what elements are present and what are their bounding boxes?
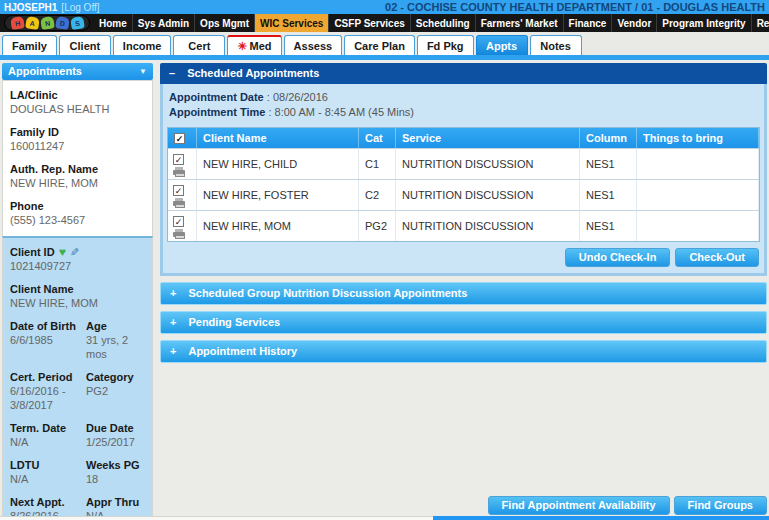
tab-med[interactable]: ✳Med: [227, 35, 281, 55]
field-value: NEW HIRE, MOM: [10, 296, 145, 310]
field-value: 6/6/1985: [10, 333, 82, 347]
field-auth-rep-name: Auth. Rep. Name NEW HIRE, MOM: [10, 162, 145, 190]
cell-cat: C2: [359, 180, 396, 210]
expand-icon[interactable]: +: [170, 316, 176, 328]
cell-cat: PG2: [359, 211, 396, 241]
logo-hand-s: S: [70, 16, 85, 30]
tab-assess-label: Assess: [294, 40, 333, 52]
field-value: N/A: [10, 472, 82, 486]
tab-income-label: Income: [123, 40, 162, 52]
table-header-row: ✓ Client Name Cat Service Column Things …: [168, 128, 759, 148]
logo-hand-d: D: [55, 16, 70, 30]
field-value: 31 yrs, 2 mos: [86, 333, 145, 361]
scheduled-appointments-body: Appointment Date : 08/26/2016 Appointmen…: [160, 84, 767, 276]
sidebar-header-appointments[interactable]: Appointments ▼: [2, 63, 153, 80]
field-label: Client Name: [10, 282, 145, 296]
select-all-checkbox[interactable]: ✓: [174, 133, 185, 144]
panel-title: Appointment History: [188, 345, 297, 357]
clinic-location-label: 02 - COCHISE COUNTY HEALTH DEPARTMENT / …: [385, 1, 765, 13]
panel-pending-services[interactable]: + Pending Services: [160, 311, 767, 334]
field-value: 18: [86, 472, 145, 486]
tab-care-plan[interactable]: Care Plan: [344, 35, 415, 55]
row-checkbox[interactable]: ✓: [173, 154, 184, 165]
main-panel-area: – Scheduled Appointments Appointment Dat…: [160, 63, 767, 520]
cell-things-to-bring: [637, 211, 759, 241]
menu-item-csfp-services[interactable]: CSFP Services: [329, 14, 410, 32]
printer-icon[interactable]: [173, 201, 185, 206]
field-label: Appr Thru: [86, 495, 145, 509]
footer-buttons: Find Appointment Availability Find Group…: [488, 496, 767, 515]
collapse-icon[interactable]: –: [169, 67, 175, 79]
find-appointment-availability-button[interactable]: Find Appointment Availability: [488, 496, 670, 515]
table-row: ✓ NEW HIRE, FOSTER C2 NUTRITION DISCUSSI…: [168, 179, 759, 210]
panel-title: Scheduled Appointments: [187, 67, 319, 79]
top-bar: HJOSEPH1[Log Off] 02 - COCHISE COUNTY HE…: [0, 0, 769, 14]
client-status-heart-icon: ♥: [59, 246, 66, 258]
field-label: Age: [86, 319, 145, 333]
find-groups-button[interactable]: Find Groups: [674, 496, 767, 515]
menu-item-wic-services[interactable]: WIC Services: [255, 14, 329, 32]
scheduled-appointments-header[interactable]: – Scheduled Appointments: [160, 63, 767, 84]
panel-appointment-history[interactable]: + Appointment History: [160, 340, 767, 363]
med-alert-icon: ✳: [237, 41, 246, 52]
edit-pencil-icon[interactable]: ✎: [70, 247, 79, 258]
printer-icon[interactable]: [173, 232, 185, 237]
tab-client[interactable]: Client: [59, 35, 111, 55]
panel-action-buttons: Undo Check-In Check-Out: [163, 242, 764, 272]
menu-item-home[interactable]: Home: [94, 14, 133, 32]
field-value: PG2: [86, 384, 145, 398]
menu-item-ops-mgmt[interactable]: Ops Mgmt: [195, 14, 255, 32]
bottom-accent-strip: [433, 516, 769, 520]
row-checkbox[interactable]: ✓: [173, 216, 184, 227]
printer-icon[interactable]: [173, 170, 185, 175]
field-pair-cert-category: Cert. Period6/16/2016 - 3/8/2017 Categor…: [10, 370, 145, 412]
menu-item-sys-admin[interactable]: Sys Admin: [133, 14, 195, 32]
menu-item-vendor[interactable]: Vendor: [612, 14, 657, 32]
check-out-button[interactable]: Check-Out: [675, 248, 759, 267]
field-pair-dob-age: Date of Birth6/6/1985 Age31 yrs, 2 mos: [10, 319, 145, 361]
field-la-clinic: LA/Clinic DOUGLAS HEALTH: [10, 88, 145, 116]
field-label: LA/Clinic: [10, 88, 145, 102]
field-value: 6/16/2016 - 3/8/2017: [10, 384, 82, 412]
tab-assess[interactable]: Assess: [284, 35, 343, 55]
appointment-date-label: Appointment Date: [169, 91, 264, 103]
expand-icon[interactable]: +: [170, 345, 176, 357]
field-label: Category: [86, 370, 145, 384]
cell-column: NES1: [580, 149, 637, 179]
menu-item-scheduling[interactable]: Scheduling: [411, 14, 476, 32]
app-window: HJOSEPH1[Log Off] 02 - COCHISE COUNTY HE…: [0, 0, 769, 520]
appointments-table: ✓ Client Name Cat Service Column Things …: [167, 127, 760, 242]
cell-cat: C1: [359, 149, 396, 179]
field-label: Term. Date: [10, 421, 82, 435]
menu-item-reports[interactable]: Reports: [752, 14, 769, 32]
hands-logo: H A N D S: [4, 15, 90, 31]
cell-client-name: NEW HIRE, MOM: [197, 211, 359, 241]
tab-income[interactable]: Income: [113, 35, 172, 55]
field-label: Phone: [10, 199, 145, 213]
undo-check-in-button[interactable]: Undo Check-In: [565, 248, 671, 267]
tab-fd-pkg[interactable]: Fd Pkg: [417, 35, 474, 55]
table-row: ✓ NEW HIRE, CHILD C1 NUTRITION DISCUSSIO…: [168, 148, 759, 179]
cell-service: NUTRITION DISCUSSION: [396, 211, 580, 241]
menu-items: Home Sys Admin Ops Mgmt WIC Services CSF…: [94, 14, 769, 32]
content-area: Appointments ▼ LA/Clinic DOUGLAS HEALTH …: [0, 60, 769, 520]
panel-scheduled-group-nutrition-appointments[interactable]: + Scheduled Group Nutrition Discussion A…: [160, 282, 767, 305]
field-value: 1/25/2017: [86, 435, 145, 449]
tab-cert[interactable]: Cert: [173, 35, 225, 55]
appointment-time-label: Appointment Time: [169, 106, 265, 118]
expand-icon[interactable]: +: [170, 287, 176, 299]
field-label: Cert. Period: [10, 370, 82, 384]
main-menu-bar: H A N D S Home Sys Admin Ops Mgmt WIC Se…: [0, 14, 769, 32]
field-label: Next Appt.: [10, 495, 82, 509]
menu-item-farmers-market[interactable]: Farmers' Market: [476, 14, 564, 32]
tab-family[interactable]: Family: [2, 35, 57, 55]
logo-hand-a: A: [25, 16, 40, 30]
log-off-link[interactable]: [Log Off]: [61, 2, 99, 13]
menu-item-program-integrity[interactable]: Program Integrity: [657, 14, 751, 32]
row-checkbox[interactable]: ✓: [173, 185, 184, 196]
field-client-name: Client Name NEW HIRE, MOM: [10, 282, 145, 310]
tab-notes[interactable]: Notes: [530, 35, 582, 55]
tab-appts[interactable]: Appts: [476, 35, 528, 55]
chevron-down-icon[interactable]: ▼: [139, 67, 147, 76]
menu-item-finance[interactable]: Finance: [564, 14, 613, 32]
